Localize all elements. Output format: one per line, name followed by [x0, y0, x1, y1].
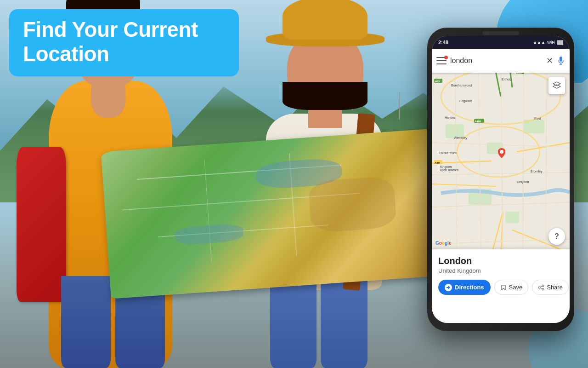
phone-mockup: 2:48 ▲▲▲ WiFi ▓▓ london [427, 28, 574, 331]
menu-button[interactable] [436, 57, 447, 64]
svg-text:Harrow: Harrow [445, 116, 456, 119]
svg-text:Enfield: Enfield [502, 78, 512, 81]
svg-marker-56 [553, 82, 560, 86]
title-box: Find Your Current Location [9, 9, 239, 76]
bookmark-icon [500, 284, 507, 291]
save-button[interactable]: Save [494, 280, 529, 295]
svg-marker-57 [553, 85, 560, 88]
map-area[interactable]: Garden City Hertford Potters Bar Cheshun… [432, 73, 570, 249]
svg-point-55 [500, 150, 503, 154]
svg-rect-3 [432, 73, 570, 249]
svg-text:Bromley: Bromley [531, 170, 543, 173]
status-icons: ▲▲▲ WiFi ▓▓ [533, 40, 563, 45]
page-title: Find Your Current Location [23, 17, 198, 66]
svg-text:M25: M25 [435, 80, 440, 83]
svg-point-59 [538, 287, 540, 288]
google-logo: Google [435, 241, 451, 246]
notification-dot [444, 56, 448, 59]
svg-text:Borehamwood: Borehamwood [451, 84, 472, 87]
svg-point-58 [542, 285, 544, 287]
hamburger-line-2 [436, 60, 447, 61]
save-label: Save [509, 284, 523, 291]
share-icon [538, 284, 544, 291]
svg-text:Edgware: Edgware [459, 99, 472, 103]
svg-line-62 [540, 288, 542, 289]
search-bar[interactable]: london ✕ [432, 49, 570, 73]
svg-text:A406: A406 [475, 120, 481, 123]
svg-text:M25: M25 [516, 73, 522, 74]
svg-text:Ilford: Ilford [534, 117, 541, 120]
svg-line-61 [540, 286, 542, 287]
map-svg: Garden City Hertford Potters Bar Cheshun… [432, 73, 570, 249]
svg-text:Wembley: Wembley [454, 136, 468, 140]
wifi-icon: WiFi [547, 40, 555, 45]
clear-search-button[interactable]: ✕ [546, 56, 553, 66]
directions-icon [445, 284, 452, 291]
svg-text:A40: A40 [435, 161, 440, 164]
status-bar: 2:48 ▲▲▲ WiFi ▓▓ [432, 36, 570, 49]
action-buttons: Directions Save [438, 280, 563, 295]
share-button[interactable]: Share [532, 280, 569, 295]
svg-rect-7 [505, 212, 519, 223]
hamburger-line-3 [436, 63, 447, 64]
svg-text:upon Thames: upon Thames [440, 168, 458, 172]
share-label: Share [547, 284, 563, 291]
location-info-panel: London United Kingdom Directions [432, 249, 570, 323]
svg-rect-0 [560, 57, 562, 62]
svg-text:Croydon: Croydon [517, 180, 529, 184]
directions-label: Directions [455, 284, 484, 291]
svg-point-60 [542, 288, 544, 290]
directions-button[interactable]: Directions [438, 280, 491, 295]
phone-shell: 2:48 ▲▲▲ WiFi ▓▓ london [427, 28, 574, 331]
svg-text:Twickenham: Twickenham [439, 151, 457, 155]
mic-button[interactable] [557, 56, 565, 66]
country-name: United Kingdom [438, 267, 563, 274]
search-input[interactable]: london [450, 57, 543, 65]
layers-button[interactable] [548, 77, 565, 94]
signal-icon: ▲▲▲ [533, 40, 545, 45]
status-time: 2:48 [438, 40, 448, 45]
battery-icon: ▓▓ [557, 40, 563, 45]
help-button[interactable]: ? [548, 228, 565, 245]
map-paper [101, 128, 452, 299]
phone-screen: 2:48 ▲▲▲ WiFi ▓▓ london [432, 36, 570, 323]
city-name: London [438, 256, 563, 266]
